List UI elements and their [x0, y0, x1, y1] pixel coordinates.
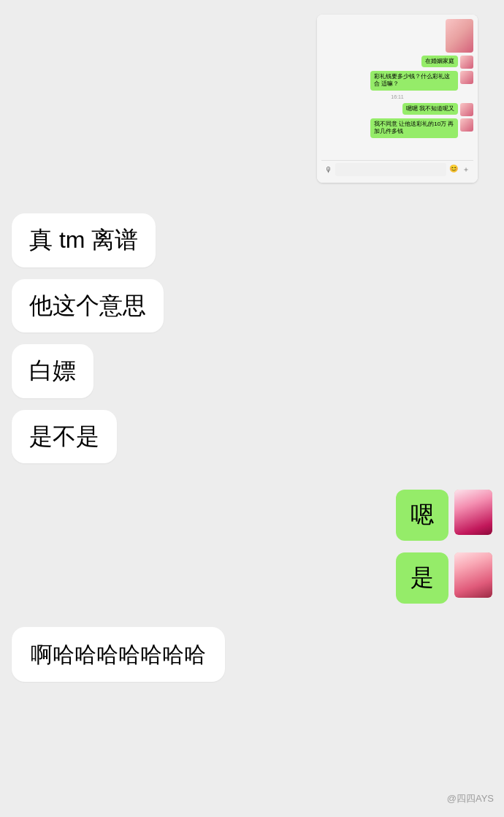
ss-bubble: 彩礼钱要多少钱？什么彩礼这合 适嘛？: [370, 71, 458, 91]
message-right-1: 嗯: [12, 490, 492, 541]
ss-avatar: [460, 118, 473, 132]
ss-message-row: 在婚姻家庭: [321, 56, 473, 69]
ss-avatar: [460, 56, 473, 69]
ss-toolbar: 🎙 😊 ＋: [321, 160, 473, 178]
ss-toolbar-icons: 🎙: [325, 166, 332, 174]
screenshot-messages: 在婚姻家庭 彩礼钱要多少钱？什么彩礼这合 适嘛？ 16:11 嗯嗯 我不知道呢又…: [321, 56, 473, 157]
message-left-4: 是不是: [12, 410, 492, 464]
message-left-laugh: 啊哈哈哈哈哈哈哈: [12, 627, 492, 682]
message-right-2: 是: [12, 552, 492, 604]
message-left-2: 他这个意思: [12, 279, 492, 333]
message-left-3: 白嫖: [12, 344, 492, 398]
ss-message-row: 彩礼钱要多少钱？什么彩礼这合 适嘛？: [321, 71, 473, 91]
bubble-zhen-tm: 真 tm 离谱: [12, 213, 156, 267]
bubble-shi-bu-shi: 是不是: [12, 410, 117, 464]
bubble-bai-piao: 白嫖: [12, 344, 93, 398]
emoji-icon: 😊: [449, 164, 458, 175]
ss-bubble: 我不同意 让他送彩礼的10万 再 加几件多钱: [370, 118, 458, 138]
ss-bubble: 在婚姻家庭: [421, 56, 458, 67]
message-left-1: 真 tm 离谱: [12, 213, 492, 267]
avatar-user: [454, 490, 492, 535]
ss-avatar: [460, 103, 473, 116]
ss-message-row: 嗯嗯 我不知道呢又: [321, 103, 473, 116]
watermark: @四四AYS: [447, 792, 494, 805]
add-icon: ＋: [462, 164, 470, 175]
mic-icon: 🎙: [325, 166, 332, 174]
ss-bubble: 嗯嗯 我不知道呢又: [402, 103, 458, 115]
bubble-en: 嗯: [396, 490, 448, 541]
ss-toolbar-right-icons: 😊 ＋: [449, 164, 470, 175]
ss-timestamp: 16:11: [321, 94, 473, 99]
screenshot-message: 在婚姻家庭 彩礼钱要多少钱？什么彩礼这合 适嘛？ 16:11 嗯嗯 我不知道呢又…: [317, 15, 478, 183]
bubble-laugh: 啊哈哈哈哈哈哈哈: [12, 627, 225, 682]
screenshot-top-avatar: [446, 19, 473, 53]
bubble-ta-zhe: 他这个意思: [12, 279, 164, 333]
ss-message-row: 我不同意 让他送彩礼的10万 再 加几件多钱: [321, 118, 473, 138]
chat-container: 在婚姻家庭 彩礼钱要多少钱？什么彩礼这合 适嘛？ 16:11 嗯嗯 我不知道呢又…: [0, 0, 504, 817]
avatar-user-2: [454, 552, 492, 598]
bubble-shi: 是: [396, 552, 448, 604]
ss-avatar: [460, 71, 473, 84]
